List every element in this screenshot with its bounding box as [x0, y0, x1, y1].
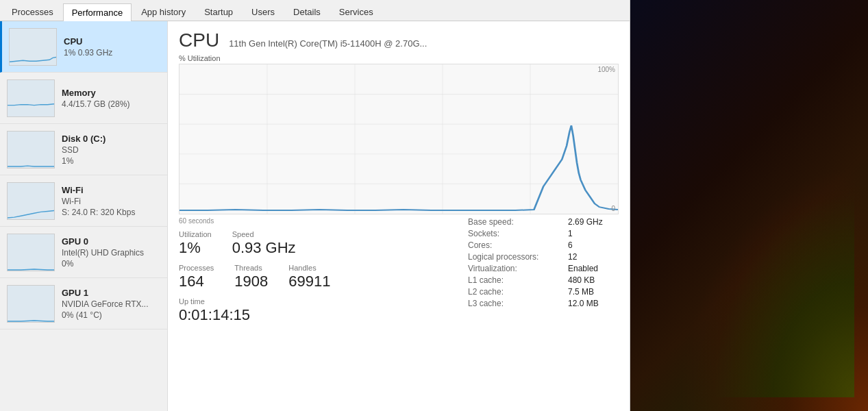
cpu-mini-graph	[9, 28, 57, 66]
base-speed-val: 2.69 GHz	[568, 217, 603, 227]
cores-row: Cores: 6	[468, 240, 619, 250]
task-manager-window: Processes Performance App history Startu…	[0, 0, 630, 411]
memory-mini-graph	[7, 79, 55, 117]
svg-rect-4	[8, 234, 54, 271]
virt-key: Virtualization:	[468, 264, 557, 273]
tab-startup[interactable]: Startup	[195, 3, 242, 21]
desktop-background	[630, 0, 868, 411]
wifi-name: Wi-Fi	[62, 197, 160, 206]
threads-stat: Threads 1908	[234, 264, 268, 290]
chart-time-label: 60 seconds	[179, 217, 331, 225]
tab-processes[interactable]: Processes	[3, 3, 62, 21]
svg-rect-6	[179, 64, 618, 214]
chart-min-label: 0	[611, 205, 615, 212]
speed-value: 0.93 GHz	[232, 239, 296, 257]
disk-info: Disk 0 (C:) SSD 1%	[62, 134, 160, 166]
sidebar: CPU 1% 0.93 GHz Memory 4.4/15.7 GB (28%)	[0, 21, 168, 411]
utilization-label: Utilization	[179, 230, 212, 238]
sockets-row: Sockets: 1	[468, 229, 619, 238]
base-speed-row: Base speed: 2.69 GHz	[468, 217, 619, 227]
gpu0-title: GPU 0	[62, 236, 160, 247]
speed-stat: Speed 0.93 GHz	[232, 230, 296, 257]
memory-info: Memory 4.4/15.7 GB (28%)	[62, 88, 160, 109]
gpu0-percent: 0%	[62, 259, 160, 269]
l2-key: L2 cache:	[468, 287, 557, 297]
l3-val: 12.0 MB	[568, 299, 599, 308]
tab-app-history[interactable]: App history	[132, 3, 195, 21]
gpu0-mini-graph	[7, 234, 55, 271]
detail-panel: CPU 11th Gen Intel(R) Core(TM) i5-11400H…	[168, 21, 630, 411]
stats-row-1: Utilization 1% Speed 0.93 GHz	[179, 230, 331, 257]
l1-val: 480 KB	[568, 275, 595, 285]
l1-key: L1 cache:	[468, 275, 557, 285]
virt-row: Virtualization: Enabled	[468, 264, 619, 273]
tab-details[interactable]: Details	[284, 3, 330, 21]
tab-users[interactable]: Users	[243, 3, 284, 21]
disk-mini-graph	[7, 131, 55, 169]
gpu0-info: GPU 0 Intel(R) UHD Graphics 0%	[62, 236, 160, 269]
processes-label: Processes	[179, 264, 214, 272]
cpu-subtitle: 1% 0.93 GHz	[64, 48, 160, 58]
cpu-big-label: CPU	[179, 29, 219, 51]
logical-key: Logical processors:	[468, 252, 557, 262]
memory-title: Memory	[62, 88, 160, 98]
tab-performance[interactable]: Performance	[63, 3, 132, 21]
speed-label: Speed	[232, 230, 296, 238]
tab-bar: Processes Performance App history Startu…	[0, 0, 630, 21]
cpu-title: CPU	[64, 36, 160, 47]
gpu1-name: NVIDIA GeForce RTX...	[62, 299, 160, 309]
logical-row: Logical processors: 12	[468, 252, 619, 262]
cpu-chart: 100% 0	[179, 64, 619, 214]
wifi-speed: S: 24.0 R: 320 Kbps	[62, 208, 160, 217]
uptime-label: Up time	[179, 297, 331, 306]
gpu1-title: GPU 1	[62, 288, 160, 298]
svg-rect-1	[8, 80, 54, 116]
tab-services[interactable]: Services	[330, 3, 382, 21]
gpu1-temp: 0% (41 °C)	[62, 310, 160, 320]
l3-key: L3 cache:	[468, 299, 557, 308]
threads-value: 1908	[234, 273, 268, 290]
sockets-key: Sockets:	[468, 229, 557, 238]
base-speed-key: Base speed:	[468, 217, 557, 227]
processes-stat: Processes 164	[179, 264, 214, 290]
handles-value: 69911	[288, 273, 330, 290]
sidebar-item-gpu1[interactable]: GPU 1 NVIDIA GeForce RTX... 0% (41 °C)	[0, 278, 167, 329]
utilization-stat: Utilization 1%	[179, 230, 212, 257]
cpu-header: CPU 11th Gen Intel(R) Core(TM) i5-11400H…	[179, 29, 619, 51]
l1-row: L1 cache: 480 KB	[468, 275, 619, 285]
stats-row-2: Processes 164 Threads 1908 Handles 69911	[179, 264, 331, 290]
utilization-value: 1%	[179, 239, 212, 257]
logical-val: 12	[568, 252, 577, 262]
disk-title: Disk 0 (C:)	[62, 134, 160, 144]
gpu1-info: GPU 1 NVIDIA GeForce RTX... 0% (41 °C)	[62, 288, 160, 320]
svg-rect-5	[8, 286, 54, 322]
sidebar-item-cpu[interactable]: CPU 1% 0.93 GHz	[0, 21, 167, 73]
virt-val: Enabled	[568, 264, 598, 273]
l2-row: L2 cache: 7.5 MB	[468, 287, 619, 297]
threads-label: Threads	[234, 264, 268, 272]
svg-rect-2	[8, 132, 54, 168]
handles-stat: Handles 69911	[288, 264, 330, 290]
cpu-info-table: Base speed: 2.69 GHz Sockets: 1 Cores: 6…	[468, 217, 619, 310]
utilization-axis-label: % Utilization	[179, 54, 619, 62]
wifi-info: Wi-Fi Wi-Fi S: 24.0 R: 320 Kbps	[62, 185, 160, 217]
disk-type: SSD	[62, 145, 160, 155]
cores-val: 6	[568, 240, 573, 250]
gpu0-name: Intel(R) UHD Graphics	[62, 248, 160, 258]
sidebar-item-gpu0[interactable]: GPU 0 Intel(R) UHD Graphics 0%	[0, 227, 167, 278]
handles-label: Handles	[288, 264, 330, 272]
sidebar-item-wifi[interactable]: Wi-Fi Wi-Fi S: 24.0 R: 320 Kbps	[0, 175, 167, 227]
memory-subtitle: 4.4/15.7 GB (28%)	[62, 99, 160, 109]
cpu-chart-svg	[179, 64, 618, 214]
sidebar-item-disk[interactable]: Disk 0 (C:) SSD 1%	[0, 124, 167, 175]
sockets-val: 1	[568, 229, 573, 238]
wifi-mini-graph	[7, 182, 55, 220]
sidebar-item-memory[interactable]: Memory 4.4/15.7 GB (28%)	[0, 73, 167, 124]
cpu-full-name: 11th Gen Intel(R) Core(TM) i5-11400H @ 2…	[229, 38, 427, 49]
uptime-value: 0:01:14:15	[179, 306, 331, 324]
l2-val: 7.5 MB	[568, 287, 594, 297]
chart-max-label: 100%	[597, 66, 615, 73]
main-content: CPU 1% 0.93 GHz Memory 4.4/15.7 GB (28%)	[0, 21, 630, 411]
gpu1-mini-graph	[7, 285, 55, 323]
disk-percent: 1%	[62, 156, 160, 166]
